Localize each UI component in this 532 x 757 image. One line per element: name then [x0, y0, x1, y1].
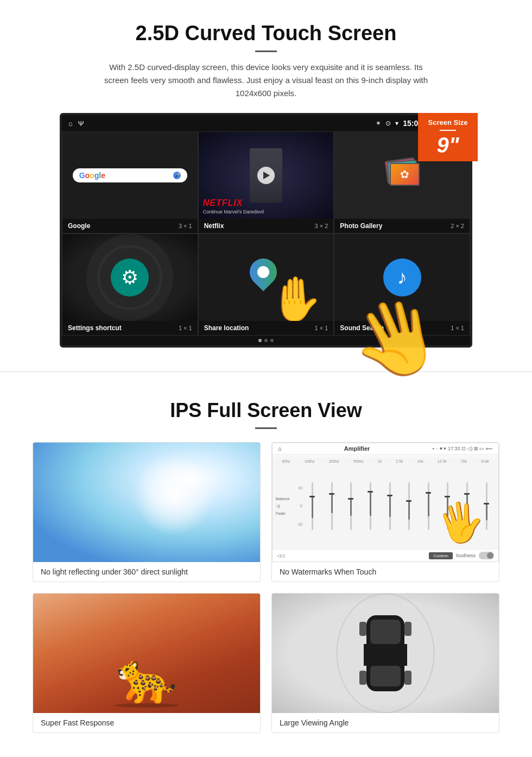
- app-tile-netflix[interactable]: NETFLIX Continue Marvel's Daredevil Netf…: [198, 131, 334, 234]
- cheetah-shadow: [114, 703, 179, 708]
- slider-60hz[interactable]: [304, 476, 321, 536]
- image-grid: No light reflecting under 360° direct su…: [33, 442, 499, 733]
- section-ips: IPS Full Screen View No light reflecting…: [0, 377, 532, 755]
- bg-circles: [62, 234, 198, 321]
- amp-status: ▪ ·· ♥ ▾ 17:33 ⊡ ◁) ⊠ ▭ ⟵: [432, 446, 493, 451]
- svg-rect-2: [364, 644, 407, 666]
- gallery-app-name: Photo Gallery: [340, 222, 382, 230]
- amplifier-image: ⌂ Amplifier ▪ ·· ♥ ▾ 17:33 ⊡ ◁) ⊠ ▭ ⟵ 60…: [272, 443, 499, 562]
- badge-size: 9": [436, 133, 459, 157]
- slider-100hz[interactable]: [324, 476, 341, 536]
- image-card-car: Large Viewing Angle: [271, 593, 499, 733]
- settings-tile-inner: ⚙: [62, 234, 198, 321]
- settings-tile-footer: Settings shortcut 1 × 1: [62, 321, 198, 335]
- amp-title: Amplifier: [344, 445, 370, 452]
- gallery-app-size: 2 × 2: [451, 223, 464, 229]
- photo-card-3: [390, 163, 420, 186]
- app-tile-share-location[interactable]: 🤚 Share location 1 × 1: [198, 234, 334, 336]
- netflix-logo: NETFLIX: [203, 198, 243, 208]
- screen-size-badge: Screen Size 9": [418, 113, 478, 161]
- slider-200hz[interactable]: [343, 476, 360, 536]
- slider-500hz[interactable]: [362, 476, 379, 536]
- dot-indicator: [62, 336, 470, 345]
- sunlight-caption: No light reflecting under 360° direct su…: [33, 562, 260, 582]
- gallery-tile-footer: Photo Gallery 2 × 2: [334, 219, 470, 233]
- app-tile-sound-search[interactable]: ♪ Sound Search 1 × 1: [334, 234, 470, 336]
- netflix-subtitle: Continue Marvel's Daredevil: [203, 209, 264, 215]
- dot-1[interactable]: [258, 339, 262, 342]
- car-circle: [337, 594, 434, 713]
- cheetah-icon: 🐆: [116, 653, 177, 702]
- amp-hand-icon: 🖐: [434, 500, 487, 545]
- section1-description: With 2.5D curved-display screen, this de…: [103, 61, 429, 100]
- google-mic-icon[interactable]: 🎤: [173, 172, 181, 179]
- svg-rect-6: [359, 671, 366, 685]
- section2-title: IPS Full Screen View: [33, 399, 499, 422]
- svg-rect-3: [370, 666, 401, 686]
- amp-home-icon: ⌂: [278, 445, 282, 452]
- sunlight-image: [33, 443, 260, 562]
- settings-app-size: 1 × 1: [179, 325, 192, 331]
- dot-3[interactable]: [270, 339, 274, 342]
- section2-divider: [255, 427, 277, 429]
- app-tile-settings[interactable]: ⚙ Settings shortcut 1 × 1: [62, 234, 198, 336]
- sound-app-name: Sound Search: [340, 324, 384, 332]
- badge-divider: [440, 130, 456, 131]
- amp-custom-btn[interactable]: Custom: [429, 552, 453, 559]
- cheetah-image: 🐆: [33, 594, 260, 713]
- app-grid: Google 🎤 Google 3 × 1: [62, 131, 470, 336]
- share-tile-inner: 🤚: [199, 234, 334, 321]
- amp-loudness-toggle[interactable]: [479, 552, 494, 559]
- section1-title: 2.5D Curved Touch Screen: [33, 22, 499, 45]
- sound-tile-inner: ♪: [334, 234, 470, 321]
- netflix-app-size: 3 × 2: [315, 223, 328, 229]
- sound-app-size: 1 × 1: [451, 325, 464, 331]
- device-wrapper: Screen Size 9" ⌂ Ψ ✴ ⊙ ▾ 15:06 ⊡ ◁) ⊠: [60, 113, 472, 348]
- page-divider: [0, 371, 532, 372]
- car-caption: Large Viewing Angle: [272, 713, 499, 733]
- status-bar-left: ⌂ Ψ: [68, 119, 84, 128]
- netflix-tile-footer: Netflix 3 × 2: [199, 219, 334, 233]
- image-card-amplifier: ⌂ Amplifier ▪ ·· ♥ ▾ 17:33 ⊡ ◁) ⊠ ▭ ⟵ 60…: [271, 442, 499, 582]
- slider-2-5k[interactable]: [401, 476, 418, 536]
- section1-divider: [255, 51, 277, 52]
- photo-stack: [383, 156, 421, 194]
- dot-2[interactable]: [264, 339, 268, 342]
- cheetah-caption: Super Fast Response: [33, 713, 260, 733]
- google-logo: Google: [79, 171, 105, 180]
- app-tile-google[interactable]: Google 🎤 Google 3 × 1: [62, 131, 198, 234]
- sound-tile-footer: Sound Search 1 × 1: [334, 321, 470, 335]
- image-card-sunlight: No light reflecting under 360° direct su…: [33, 442, 261, 582]
- share-app-name: Share location: [204, 324, 249, 332]
- svg-rect-5: [404, 622, 411, 636]
- amp-loudness-label: loudness: [456, 553, 476, 558]
- location-icon: ⊙: [385, 119, 391, 127]
- google-tile-inner: Google 🎤: [62, 132, 198, 219]
- netflix-overlay: NETFLIX Continue Marvel's Daredevil: [199, 132, 334, 219]
- bluetooth-icon: ✴: [376, 119, 381, 127]
- hand-pointer-icon: 🤚: [268, 277, 322, 321]
- settings-app-name: Settings shortcut: [68, 324, 122, 332]
- badge-label: Screen Size: [422, 118, 473, 127]
- section-curved: 2.5D Curved Touch Screen With 2.5D curve…: [0, 0, 532, 366]
- google-app-size: 3 × 1: [179, 223, 192, 229]
- car-top-svg: [358, 610, 413, 697]
- headunit-screen: ⌂ Ψ ✴ ⊙ ▾ 15:06 ⊡ ◁) ⊠ ▭: [60, 113, 472, 348]
- slider-1k[interactable]: [381, 476, 398, 536]
- share-tile-footer: Share location 1 × 1: [199, 321, 334, 335]
- sun-glare: [133, 455, 214, 536]
- wifi-icon: ▾: [395, 119, 398, 127]
- google-app-name: Google: [68, 222, 90, 230]
- music-note-icon: ♪: [397, 266, 407, 289]
- netflix-app-name: Netflix: [204, 222, 224, 230]
- status-bar: ⌂ Ψ ✴ ⊙ ▾ 15:06 ⊡ ◁) ⊠ ▭: [62, 115, 470, 131]
- svg-rect-1: [370, 620, 401, 644]
- amp-back-btn[interactable]: ◁◁: [277, 553, 284, 558]
- bg-circle-1: [97, 245, 162, 310]
- svg-rect-7: [404, 671, 411, 685]
- google-tile-footer: Google 3 × 1: [62, 219, 198, 233]
- svg-rect-4: [359, 622, 366, 636]
- home-icon[interactable]: ⌂: [68, 119, 73, 128]
- amplifier-caption: No Watermarks When Touch: [272, 562, 499, 582]
- google-search-bar[interactable]: Google 🎤: [73, 168, 187, 182]
